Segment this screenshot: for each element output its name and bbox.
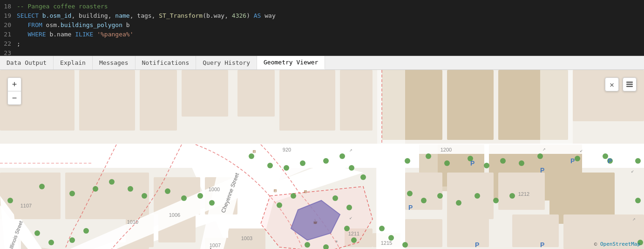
svg-point-64 xyxy=(267,163,273,168)
svg-point-99 xyxy=(69,237,75,243)
attribution-copy: © xyxy=(594,241,600,247)
svg-point-70 xyxy=(360,174,366,180)
map-svg: ☕ xyxy=(0,70,644,249)
svg-text:1007: 1007 xyxy=(210,242,221,248)
svg-point-78 xyxy=(537,153,543,159)
svg-text:↗: ↗ xyxy=(349,147,353,153)
svg-text:↗: ↗ xyxy=(632,216,636,222)
tab-explain[interactable]: Explain xyxy=(54,56,93,69)
svg-text:1000: 1000 xyxy=(209,187,220,192)
svg-point-76 xyxy=(500,158,506,164)
svg-text:⊞: ⊞ xyxy=(274,188,277,193)
svg-text:P: P xyxy=(540,241,544,249)
code-editor: 18 -- Pangea coffee roasters 19 SELECT b… xyxy=(0,0,644,56)
svg-text:1211: 1211 xyxy=(348,231,359,236)
svg-rect-10 xyxy=(182,70,228,117)
openstreetmap-link[interactable]: OpenStreetMap xyxy=(600,241,640,247)
svg-rect-36 xyxy=(447,214,489,247)
svg-point-67 xyxy=(323,158,329,164)
svg-point-57 xyxy=(128,186,133,192)
zoom-out-button[interactable]: − xyxy=(8,91,21,104)
svg-point-98 xyxy=(48,240,54,245)
svg-text:1212: 1212 xyxy=(518,191,529,197)
svg-point-85 xyxy=(346,205,352,210)
svg-text:1215: 1215 xyxy=(381,240,392,246)
tab-data-output[interactable]: Data Output xyxy=(0,56,54,69)
svg-point-97 xyxy=(34,230,40,236)
svg-text:1107: 1107 xyxy=(20,203,32,208)
svg-point-60 xyxy=(181,195,187,201)
svg-point-77 xyxy=(519,160,524,166)
svg-point-93 xyxy=(456,200,461,206)
svg-rect-35 xyxy=(405,219,442,247)
svg-point-73 xyxy=(444,160,450,166)
code-line-23: 23 xyxy=(0,48,644,56)
svg-rect-9 xyxy=(140,70,177,131)
svg-text:1006: 1006 xyxy=(169,212,180,218)
tab-notifications[interactable]: Notifications xyxy=(136,56,197,69)
tab-query-history[interactable]: Query History xyxy=(196,56,257,69)
svg-text:⊞: ⊞ xyxy=(304,189,307,194)
svg-point-53 xyxy=(39,184,45,189)
svg-text:↗: ↗ xyxy=(542,146,546,152)
svg-point-100 xyxy=(83,228,89,234)
svg-point-104 xyxy=(635,198,641,203)
attribution: © OpenStreetMap xyxy=(594,241,640,247)
layers-button[interactable] xyxy=(623,77,637,91)
code-line-22: 22 ; xyxy=(0,39,644,48)
svg-point-79 xyxy=(575,156,580,161)
svg-point-92 xyxy=(437,193,443,199)
svg-rect-29 xyxy=(447,173,494,219)
code-line-21: 21 WHERE b.name ILIKE '%pangea%' xyxy=(0,30,644,39)
svg-rect-11 xyxy=(237,70,275,117)
svg-text:↙: ↙ xyxy=(580,147,583,153)
code-line-19: 19 SELECT b.osm_id, building, name, tags… xyxy=(0,11,644,21)
svg-point-87 xyxy=(351,237,357,243)
svg-point-89 xyxy=(305,242,310,248)
svg-text:P: P xyxy=(408,204,413,211)
svg-text:P: P xyxy=(540,166,544,174)
svg-text:↙: ↙ xyxy=(349,214,353,221)
svg-text:1003: 1003 xyxy=(241,235,252,241)
svg-point-96 xyxy=(509,193,515,199)
code-line-20: 20 FROM osm.buildings_polygon b xyxy=(0,21,644,30)
close-icon: ✕ xyxy=(610,80,614,89)
zoom-controls: + − xyxy=(7,77,21,105)
svg-text:☕: ☕ xyxy=(313,217,318,226)
zoom-in-button[interactable]: + xyxy=(8,78,21,91)
svg-point-83 xyxy=(291,193,296,199)
svg-point-55 xyxy=(93,186,98,192)
tabs-bar: Data Output Explain Messages Notificatio… xyxy=(0,56,644,70)
svg-rect-22 xyxy=(65,173,149,219)
svg-rect-8 xyxy=(79,70,135,131)
svg-text:P: P xyxy=(475,241,479,249)
svg-point-54 xyxy=(69,191,75,196)
svg-point-68 xyxy=(339,153,345,159)
svg-rect-148 xyxy=(626,84,633,85)
svg-point-72 xyxy=(426,153,431,159)
svg-text:1010: 1010 xyxy=(127,219,138,225)
svg-point-56 xyxy=(109,179,115,185)
svg-point-69 xyxy=(349,165,354,171)
tab-messages[interactable]: Messages xyxy=(93,56,136,69)
svg-point-103 xyxy=(379,226,385,231)
svg-point-59 xyxy=(165,188,170,194)
svg-text:P: P xyxy=(470,159,475,167)
svg-point-95 xyxy=(493,198,499,203)
svg-text:P: P xyxy=(608,157,612,165)
svg-rect-15 xyxy=(447,70,494,140)
svg-point-63 xyxy=(249,153,254,159)
layers-icon xyxy=(625,80,634,89)
svg-point-66 xyxy=(300,160,305,166)
close-button[interactable]: ✕ xyxy=(605,77,619,91)
svg-point-52 xyxy=(7,198,13,203)
tab-geometry-viewer[interactable]: Geometry Viewer xyxy=(257,56,325,69)
svg-marker-48 xyxy=(540,70,573,145)
svg-point-82 xyxy=(277,202,282,208)
svg-point-62 xyxy=(209,200,215,206)
svg-rect-13 xyxy=(340,70,373,131)
svg-rect-149 xyxy=(626,86,633,87)
svg-text:⊞: ⊞ xyxy=(253,149,256,154)
map-container[interactable]: ☕ xyxy=(0,70,644,249)
svg-rect-46 xyxy=(0,144,644,154)
